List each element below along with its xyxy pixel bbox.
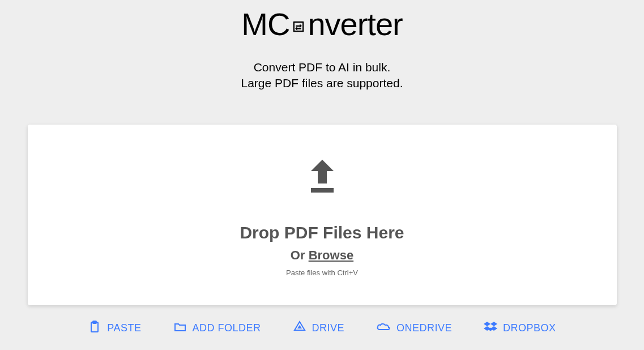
tagline-line2: Large PDF files are supported. bbox=[241, 75, 403, 91]
paste-hint: Paste files with Ctrl+V bbox=[286, 268, 358, 277]
upload-icon bbox=[305, 159, 339, 196]
tagline: Convert PDF to AI in bulk. Large PDF fil… bbox=[241, 59, 403, 92]
dropbox-label: DROPBOX bbox=[503, 322, 556, 334]
swap-icon bbox=[291, 19, 306, 35]
drive-label: DRIVE bbox=[312, 322, 345, 334]
or-text: Or bbox=[291, 248, 309, 262]
dropbox-icon bbox=[484, 320, 497, 336]
dropzone[interactable]: Drop PDF Files Here Or Browse Paste file… bbox=[28, 125, 617, 305]
logo-text-pre: MC bbox=[241, 6, 289, 42]
paste-label: PASTE bbox=[107, 322, 141, 334]
drive-button[interactable]: DRIVE bbox=[293, 320, 345, 336]
drop-subtitle: Or Browse bbox=[291, 248, 353, 263]
actions-bar: PASTE ADD FOLDER DRIVE bbox=[88, 320, 556, 336]
drop-title: Drop PDF Files Here bbox=[240, 223, 404, 242]
clipboard-icon bbox=[88, 320, 101, 336]
svg-rect-4 bbox=[93, 321, 96, 323]
add-folder-label: ADD FOLDER bbox=[193, 322, 261, 334]
dropbox-button[interactable]: DROPBOX bbox=[484, 320, 556, 336]
browse-link[interactable]: Browse bbox=[309, 248, 353, 262]
drive-icon bbox=[293, 320, 306, 336]
tagline-line1: Convert PDF to AI in bulk. bbox=[241, 59, 403, 75]
paste-button[interactable]: PASTE bbox=[88, 320, 141, 336]
add-folder-button[interactable]: ADD FOLDER bbox=[173, 320, 261, 336]
folder-icon bbox=[173, 320, 187, 336]
svg-rect-2 bbox=[311, 188, 334, 193]
logo: MC nverter bbox=[241, 6, 402, 42]
onedrive-icon bbox=[376, 320, 391, 336]
onedrive-label: ONEDRIVE bbox=[396, 322, 452, 334]
onedrive-button[interactable]: ONEDRIVE bbox=[376, 320, 452, 336]
logo-text-post: nverter bbox=[308, 6, 402, 42]
